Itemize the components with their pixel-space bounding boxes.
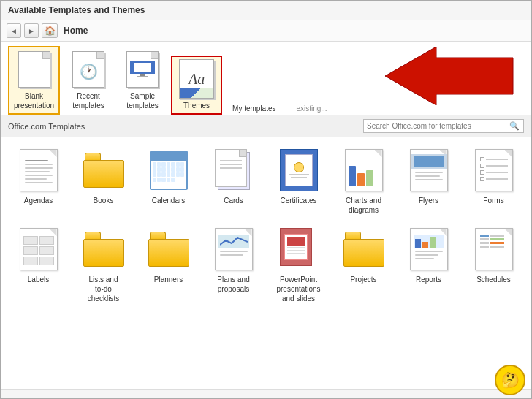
certificates-icon bbox=[277, 148, 321, 193]
forward-button[interactable]: ► bbox=[24, 23, 39, 38]
grid-item-schedules[interactable]: Schedules bbox=[463, 224, 524, 306]
search-input[interactable] bbox=[367, 122, 509, 130]
cards-label: Cards bbox=[224, 196, 243, 205]
template-item-sample[interactable]: Sample templates bbox=[117, 46, 168, 115]
template-item-existing[interactable]: existing... bbox=[286, 99, 338, 115]
grid-item-lists[interactable]: Lists and to-do checklists bbox=[73, 224, 134, 306]
forms-icon bbox=[472, 148, 516, 193]
sample-template-icon bbox=[124, 50, 161, 88]
template-item-blank[interactable]: Blank presentation bbox=[8, 46, 60, 115]
grid-item-forms[interactable]: Forms bbox=[463, 145, 524, 218]
themes-aa-text: Aa bbox=[189, 71, 205, 88]
blank-template-label: Blank presentation bbox=[14, 91, 54, 110]
projects-folder bbox=[343, 232, 384, 267]
cert-inner bbox=[285, 154, 313, 186]
grid-item-agendas[interactable]: Agendas bbox=[8, 145, 69, 218]
schedules-label: Schedules bbox=[476, 275, 511, 284]
planners-folder bbox=[148, 232, 189, 267]
grid-row-1: Agendas Books bbox=[8, 145, 524, 218]
search-icon[interactable]: 🔍 bbox=[509, 121, 520, 131]
projects-icon bbox=[342, 227, 386, 272]
schedules-icon bbox=[472, 227, 516, 272]
sample-doc-shape bbox=[126, 51, 159, 88]
cert-medal bbox=[294, 162, 304, 172]
charts-doc bbox=[345, 149, 383, 191]
nav-bar: ◄ ► 🏠 Home bbox=[1, 20, 531, 42]
grid-row-2: Labels Lists and to-do checklists bbox=[8, 224, 524, 306]
forward-icon: ► bbox=[28, 27, 35, 35]
reports-icon bbox=[407, 227, 451, 272]
themes-template-label: Themes bbox=[183, 101, 210, 110]
projects-label: Projects bbox=[350, 275, 376, 284]
schedules-doc bbox=[475, 228, 513, 270]
blank-doc-shape bbox=[18, 51, 50, 88]
grid-item-calendars[interactable]: Calendars bbox=[138, 145, 199, 218]
ppt-label: PowerPoint presentations and slides bbox=[276, 275, 320, 303]
flyers-icon bbox=[407, 148, 451, 193]
template-item-themes[interactable]: Aa Themes bbox=[171, 56, 222, 115]
grid-item-charts[interactable]: Charts and diagrams bbox=[333, 145, 394, 218]
back-button[interactable]: ◄ bbox=[7, 23, 21, 38]
grid-item-labels[interactable]: Labels bbox=[8, 224, 69, 306]
planners-icon bbox=[147, 227, 191, 272]
grid-item-planners[interactable]: Planners bbox=[138, 224, 199, 306]
forms-label: Forms bbox=[483, 196, 503, 205]
plans-label: Plans and proposals bbox=[217, 275, 249, 294]
books-icon bbox=[82, 148, 126, 193]
grid-item-books[interactable]: Books bbox=[73, 145, 134, 218]
cards-icon bbox=[212, 148, 256, 193]
helper-bubble[interactable]: 🤔 bbox=[495, 365, 525, 395]
grid-item-certificates[interactable]: Certificates bbox=[268, 145, 329, 218]
themes-doc-shape: Aa bbox=[179, 59, 214, 99]
forms-doc bbox=[475, 149, 513, 191]
charts-label: Charts and diagrams bbox=[346, 196, 381, 215]
plans-icon bbox=[212, 227, 256, 272]
help-icon[interactable]: 🤔 bbox=[495, 365, 525, 395]
clock-icon: 🕐 bbox=[80, 63, 98, 80]
flyers-doc bbox=[410, 149, 448, 191]
top-templates-section: Blank presentation 🕐 Recent templates bbox=[1, 42, 531, 115]
nav-location-label: Home bbox=[64, 26, 88, 36]
planners-label: Planners bbox=[154, 275, 183, 284]
plans-doc bbox=[215, 228, 253, 270]
ppt-doc bbox=[280, 228, 318, 270]
themes-template-icon: Aa bbox=[178, 60, 215, 98]
lists-folder bbox=[83, 232, 124, 267]
certificates-label: Certificates bbox=[280, 196, 316, 205]
flyers-label: Flyers bbox=[419, 196, 438, 205]
grid-item-cards[interactable]: Cards bbox=[203, 145, 264, 218]
office-label: Office.com Templates bbox=[8, 122, 85, 131]
grid-item-projects[interactable]: Projects bbox=[333, 224, 394, 306]
home-button[interactable]: 🏠 bbox=[42, 23, 58, 38]
dialog-title: Available Templates and Themes bbox=[1, 1, 531, 20]
cards-doc bbox=[215, 149, 253, 191]
labels-doc bbox=[20, 228, 58, 270]
grid-item-flyers[interactable]: Flyers bbox=[398, 145, 459, 218]
agendas-icon bbox=[17, 148, 61, 193]
calendars-label: Calendars bbox=[152, 196, 186, 205]
lists-label: Lists and to-do checklists bbox=[88, 275, 119, 303]
my-templates-label: My templates bbox=[232, 104, 276, 113]
bottom-bar: 🤔 bbox=[1, 389, 531, 398]
cert-doc bbox=[280, 149, 318, 191]
back-icon: ◄ bbox=[10, 27, 18, 35]
grid-item-reports[interactable]: Reports bbox=[398, 224, 459, 306]
office-section: Office.com Templates 🔍 bbox=[1, 115, 531, 137]
grid-item-plans[interactable]: Plans and proposals bbox=[203, 224, 264, 306]
books-label: Books bbox=[94, 196, 114, 205]
recent-doc-shape: 🕐 bbox=[72, 51, 104, 88]
template-item-my[interactable]: My templates bbox=[225, 99, 283, 115]
grid-item-ppt[interactable]: PowerPoint presentations and slides bbox=[268, 224, 329, 306]
calendars-cal bbox=[150, 151, 188, 190]
books-folder bbox=[83, 153, 124, 188]
existing-label: existing... bbox=[296, 104, 327, 113]
top-templates-row: Blank presentation 🕐 Recent templates bbox=[1, 42, 531, 115]
agendas-label: Agendas bbox=[24, 196, 53, 205]
calendars-icon bbox=[147, 148, 191, 193]
blank-template-icon bbox=[16, 50, 53, 88]
sample-template-label: Sample templates bbox=[126, 91, 158, 110]
main-dialog: Available Templates and Themes ◄ ► 🏠 Hom… bbox=[0, 0, 532, 399]
dialog-title-text: Available Templates and Themes bbox=[8, 5, 145, 15]
template-item-recent[interactable]: 🕐 Recent templates bbox=[63, 46, 114, 115]
reports-doc bbox=[410, 228, 448, 270]
